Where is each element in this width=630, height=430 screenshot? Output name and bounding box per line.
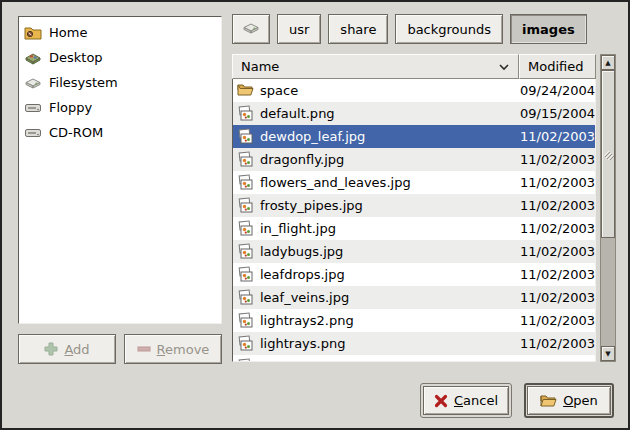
image-file-icon xyxy=(237,335,254,352)
drive-icon xyxy=(24,99,42,117)
file-name: in_flight.jpg xyxy=(260,221,336,236)
image-file-icon xyxy=(237,243,254,260)
path-bar: usrsharebackgroundsimages xyxy=(232,14,616,44)
places-sidebar: HomeDesktopFilesystemFloppyCD-ROM xyxy=(18,16,222,324)
file-row-dewdop_leaf.jpg[interactable]: dewdop_leaf.jpg11/02/2003 xyxy=(233,125,595,148)
list-header: Name Modified xyxy=(232,54,596,79)
sidebar-item-desktop[interactable]: Desktop xyxy=(21,45,219,70)
image-file-icon xyxy=(237,151,254,168)
vertical-scrollbar[interactable]: ▲ ▼ xyxy=(600,54,616,362)
file-name: leaf_veins.jpg xyxy=(260,290,349,305)
file-row-in_flight.jpg[interactable]: in_flight.jpg11/02/2003 xyxy=(233,217,595,240)
file-rows-viewport: space09/24/2004default.png09/15/2004dewd… xyxy=(232,79,596,362)
file-name: lightrays2.png xyxy=(260,313,354,328)
file-modified-date: 11/02/2003 xyxy=(514,221,595,236)
sidebar-item-label: Home xyxy=(49,25,87,40)
open-button[interactable]: Open xyxy=(527,386,611,415)
add-button-label: Add xyxy=(64,342,89,357)
folder-icon xyxy=(237,82,254,99)
image-file-icon xyxy=(237,358,254,362)
path-button-images[interactable]: images xyxy=(510,14,587,44)
image-file-icon xyxy=(237,266,254,283)
path-button-label: usr xyxy=(289,22,309,37)
sidebar-item-label: Filesystem xyxy=(49,75,118,90)
file-modified-date: 11/02/2003 xyxy=(514,175,595,190)
file-row-leafdrops.jpg[interactable]: leafdrops.jpg11/02/2003 xyxy=(233,263,595,286)
file-row-dragonfly.jpg[interactable]: dragonfly.jpg11/02/2003 xyxy=(233,148,595,171)
file-row-leaf_veins.jpg[interactable]: leaf_veins.jpg11/02/2003 xyxy=(233,286,595,309)
image-file-icon xyxy=(237,105,254,122)
sidebar-item-floppy[interactable]: Floppy xyxy=(21,95,219,120)
column-header-modified[interactable]: Modified xyxy=(519,54,596,79)
path-button-share[interactable]: share xyxy=(328,14,388,44)
path-button-backgrounds[interactable]: backgrounds xyxy=(395,14,503,44)
file-name: dewdop_leaf.jpg xyxy=(260,129,365,144)
file-chooser-dialog: HomeDesktopFilesystemFloppyCD-ROM Add Re… xyxy=(0,0,630,430)
cancel-x-icon xyxy=(434,394,448,408)
file-row-flowers_and_leaves.jpg[interactable]: flowers_and_leaves.jpg11/02/2003 xyxy=(233,171,595,194)
file-row-lightrays2.png[interactable]: lightrays2.png11/02/2003 xyxy=(233,309,595,332)
path-button-usr[interactable]: usr xyxy=(277,14,321,44)
image-file-icon xyxy=(237,220,254,237)
image-file-icon xyxy=(237,289,254,306)
sidebar-item-label: CD-ROM xyxy=(49,125,103,140)
file-name: dragonfly.jpg xyxy=(260,152,344,167)
image-file-icon xyxy=(237,312,254,329)
file-list: Name Modified space09/24/2004default.png… xyxy=(232,54,596,362)
sidebar-item-label: Floppy xyxy=(49,100,92,115)
column-header-name[interactable]: Name xyxy=(232,54,519,79)
file-name: default.png xyxy=(260,106,335,121)
open-button-label: Open xyxy=(563,393,598,408)
home-icon xyxy=(24,24,42,42)
path-button-label: images xyxy=(522,22,575,37)
path-button-label: share xyxy=(340,22,376,37)
desktop-icon xyxy=(24,49,42,67)
cancel-button[interactable]: Cancel xyxy=(423,386,509,415)
scroll-up-arrow-icon[interactable]: ▲ xyxy=(601,55,615,70)
shortcut-buttons: Add Remove xyxy=(18,334,222,364)
file-modified-date: 11/02/2003 xyxy=(514,198,595,213)
file-row-lightrays.png[interactable]: lightrays.png11/02/2003 xyxy=(233,332,595,355)
file-name: flowers_and_leaves.jpg xyxy=(260,175,411,190)
open-button-ring: Open xyxy=(524,383,614,418)
add-shortcut-button[interactable]: Add xyxy=(18,334,116,364)
sidebar-item-filesystem[interactable]: Filesystem xyxy=(21,70,219,95)
file-modified-date: 09/15/2004 xyxy=(514,106,595,121)
sidebar-item-home[interactable]: Home xyxy=(21,20,219,45)
file-modified-date: 11/02/2003 xyxy=(514,336,595,351)
drive-icon xyxy=(24,124,42,142)
image-file-icon xyxy=(237,197,254,214)
file-row-partial[interactable] xyxy=(233,355,595,362)
file-row-default.png[interactable]: default.png09/15/2004 xyxy=(233,102,595,125)
scrollbar-thumb[interactable] xyxy=(601,70,615,238)
remove-button-label: Remove xyxy=(157,342,210,357)
path-button-root[interactable] xyxy=(232,14,270,44)
grip-icon xyxy=(602,148,614,160)
file-row-frosty_pipes.jpg[interactable]: frosty_pipes.jpg11/02/2003 xyxy=(233,194,595,217)
file-name: ladybugs.jpg xyxy=(260,244,343,259)
file-name: lightrays.png xyxy=(260,336,345,351)
file-name: frosty_pipes.jpg xyxy=(260,198,363,213)
plus-icon xyxy=(44,342,58,356)
file-modified-date: 11/02/2003 xyxy=(514,290,595,305)
file-modified-date: 11/02/2003 xyxy=(514,152,595,167)
right-pane: usrsharebackgroundsimages Name Modified … xyxy=(232,14,616,44)
scroll-down-arrow-icon[interactable]: ▼ xyxy=(601,346,615,361)
file-modified-date: 11/02/2003 xyxy=(514,129,595,144)
file-name: space xyxy=(260,83,298,98)
filesystem-icon xyxy=(242,19,260,40)
left-pane: HomeDesktopFilesystemFloppyCD-ROM Add Re… xyxy=(18,16,222,364)
file-row-ladybugs.jpg[interactable]: ladybugs.jpg11/02/2003 xyxy=(233,240,595,263)
cancel-button-ring: Cancel xyxy=(420,383,512,418)
column-name-label: Name xyxy=(241,59,279,74)
sidebar-item-cd-rom[interactable]: CD-ROM xyxy=(21,120,219,145)
chevron-down-icon xyxy=(498,62,510,72)
file-modified-date: 09/24/2004 xyxy=(514,83,595,98)
minus-icon xyxy=(137,342,151,356)
file-modified-date: 11/02/2003 xyxy=(514,244,595,259)
remove-shortcut-button[interactable]: Remove xyxy=(124,334,222,364)
path-button-label: backgrounds xyxy=(407,22,491,37)
sidebar-item-label: Desktop xyxy=(49,50,103,65)
cancel-button-label: Cancel xyxy=(454,393,498,408)
file-row-space[interactable]: space09/24/2004 xyxy=(233,79,595,102)
